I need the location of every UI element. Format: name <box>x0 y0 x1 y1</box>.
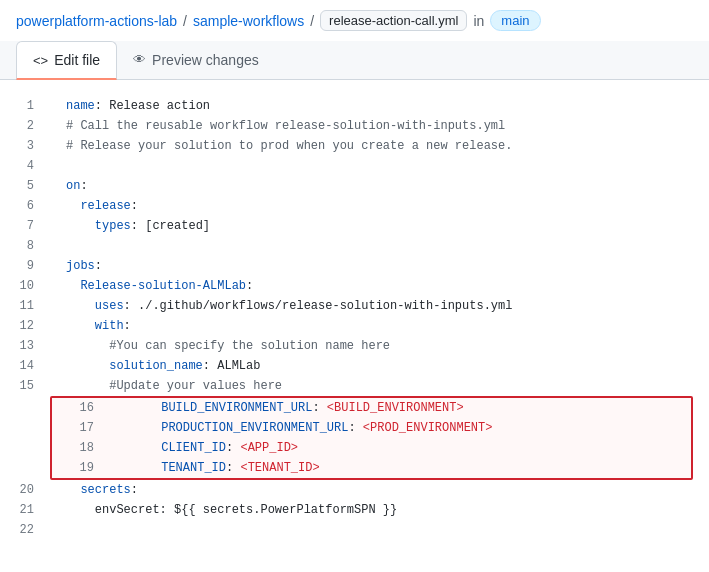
code-line-10: 10 Release-solution-ALMLab: <box>0 276 709 296</box>
code-line-5: 5on: <box>0 176 709 196</box>
line-content: uses: ./.github/workflows/release-soluti… <box>50 296 528 316</box>
line-number: 3 <box>0 136 50 156</box>
code-line-19: 19 TENANT_ID: <TENANT_ID> <box>52 458 691 478</box>
tab-preview[interactable]: 👁 Preview changes <box>117 42 275 80</box>
line-number: 6 <box>0 196 50 216</box>
line-content: types: [created] <box>50 216 226 236</box>
code-line-11: 11 uses: ./.github/workflows/release-sol… <box>0 296 709 316</box>
line-number: 13 <box>0 336 50 356</box>
preview-tab-label: Preview changes <box>152 52 259 68</box>
line-content: # Call the reusable workflow release-sol… <box>50 116 521 136</box>
line-content: name: Release action <box>50 96 226 116</box>
code-editor[interactable]: 1name: Release action2# Call the reusabl… <box>0 80 709 556</box>
line-number: 16 <box>52 398 102 418</box>
line-content: envSecret: ${{ secrets.PowerPlatformSPN … <box>50 500 413 520</box>
code-line-4: 4 <box>0 156 709 176</box>
code-line-8: 8 <box>0 236 709 256</box>
line-content: secrets: <box>50 480 154 500</box>
line-content: TENANT_ID: <TENANT_ID> <box>102 458 336 478</box>
line-number: 18 <box>52 438 102 458</box>
code-line-20: 20 secrets: <box>0 480 709 500</box>
tab-edit[interactable]: <> Edit file <box>16 41 117 80</box>
line-number: 21 <box>0 500 50 520</box>
line-content: Release-solution-ALMLab: <box>50 276 269 296</box>
folder-link[interactable]: sample-workflows <box>193 13 304 29</box>
code-line-17: 17 PRODUCTION_ENVIRONMENT_URL: <PROD_ENV… <box>52 418 691 438</box>
line-content: PRODUCTION_ENVIRONMENT_URL: <PROD_ENVIRO… <box>102 418 508 438</box>
code-line-22: 22 <box>0 520 709 540</box>
line-content: with: <box>50 316 147 336</box>
line-content: on: <box>50 176 104 196</box>
code-line-14: 14 solution_name: ALMLab <box>0 356 709 376</box>
code-line-6: 6 release: <box>0 196 709 216</box>
code-line-18: 18 CLIENT_ID: <APP_ID> <box>52 438 691 458</box>
line-number: 14 <box>0 356 50 376</box>
code-line-1: 1name: Release action <box>0 96 709 116</box>
code-line-16: 16 BUILD_ENVIRONMENT_URL: <BUILD_ENVIRON… <box>52 398 691 418</box>
branch-badge: main <box>490 10 540 31</box>
file-name: release-action-call.yml <box>320 10 467 31</box>
line-number: 2 <box>0 116 50 136</box>
line-content: jobs: <box>50 256 118 276</box>
edit-icon: <> <box>33 53 48 68</box>
line-number: 5 <box>0 176 50 196</box>
code-line-7: 7 types: [created] <box>0 216 709 236</box>
line-number: 20 <box>0 480 50 500</box>
code-line-15: 15 #Update your values here <box>0 376 709 396</box>
line-content: #You can specify the solution name here <box>50 336 406 356</box>
line-number: 15 <box>0 376 50 396</box>
line-number: 1 <box>0 96 50 116</box>
line-content: # Release your solution to prod when you… <box>50 136 528 156</box>
code-line-9: 9jobs: <box>0 256 709 276</box>
sep1: / <box>183 13 187 29</box>
line-number: 7 <box>0 216 50 236</box>
breadcrumb: powerplatform-actions-lab / sample-workf… <box>0 0 709 41</box>
line-number: 12 <box>0 316 50 336</box>
line-content: CLIENT_ID: <APP_ID> <box>102 438 314 458</box>
line-number: 11 <box>0 296 50 316</box>
line-content: #Update your values here <box>50 376 298 396</box>
line-number: 9 <box>0 256 50 276</box>
line-number: 8 <box>0 236 50 256</box>
line-number: 10 <box>0 276 50 296</box>
line-number: 17 <box>52 418 102 438</box>
line-content: solution_name: ALMLab <box>50 356 276 376</box>
code-line-12: 12 with: <box>0 316 709 336</box>
line-content: BUILD_ENVIRONMENT_URL: <BUILD_ENVIRONMEN… <box>102 398 480 418</box>
preview-icon: 👁 <box>133 52 146 67</box>
code-line-2: 2# Call the reusable workflow release-so… <box>0 116 709 136</box>
code-line-3: 3# Release your solution to prod when yo… <box>0 136 709 156</box>
in-label: in <box>473 13 484 29</box>
sep2: / <box>310 13 314 29</box>
repo-link[interactable]: powerplatform-actions-lab <box>16 13 177 29</box>
code-line-21: 21 envSecret: ${{ secrets.PowerPlatformS… <box>0 500 709 520</box>
tabs-bar: <> Edit file 👁 Preview changes <box>0 41 709 80</box>
line-number: 22 <box>0 520 50 540</box>
line-number: 19 <box>52 458 102 478</box>
line-content: release: <box>50 196 154 216</box>
code-line-13: 13 #You can specify the solution name he… <box>0 336 709 356</box>
line-number: 4 <box>0 156 50 176</box>
edit-tab-label: Edit file <box>54 52 100 68</box>
